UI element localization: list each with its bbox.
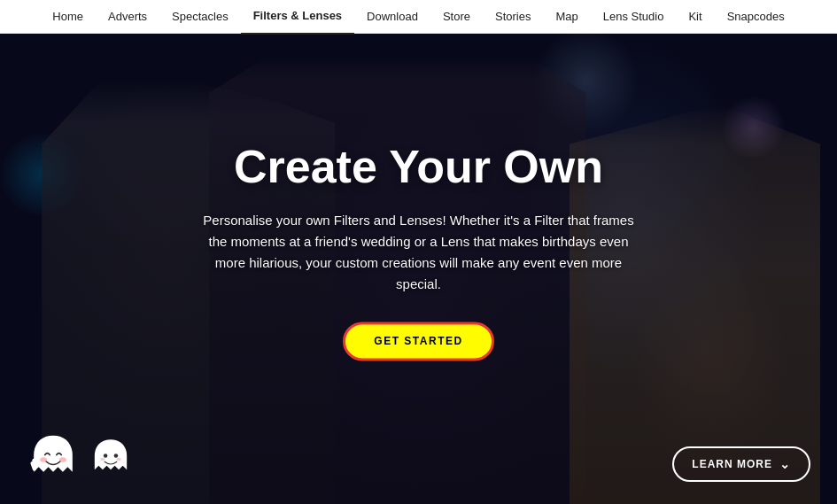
get-started-button[interactable]: GET STARTED [343, 322, 493, 361]
nav-item-lens-studio[interactable]: Lens Studio [591, 0, 677, 34]
nav-item-home[interactable]: Home [40, 0, 96, 34]
nav-link-store[interactable]: Store [430, 0, 483, 34]
hero-section: Create Your Own Personalise your own Fil… [0, 34, 837, 504]
svg-point-4 [104, 454, 108, 458]
hero-title: Create Your Own [171, 142, 667, 192]
nav-item-snapcodes[interactable]: Snapcodes [715, 0, 797, 34]
nav-list: Home Adverts Spectacles Filters & Lenses… [40, 0, 796, 35]
svg-point-0 [40, 457, 47, 461]
nav-item-filters[interactable]: Filters & Lenses [241, 0, 354, 35]
svg-point-7 [116, 458, 120, 461]
svg-point-6 [100, 458, 105, 461]
nav-link-adverts[interactable]: Adverts [96, 0, 159, 34]
nav-link-map[interactable]: Map [543, 0, 590, 34]
nav-link-stories[interactable]: Stories [483, 0, 543, 34]
hero-content: Create Your Own Personalise your own Fil… [171, 142, 667, 361]
nav-link-download[interactable]: Download [354, 0, 430, 34]
hero-subtitle: Personalise your own Filters and Lenses!… [198, 210, 640, 295]
nav-item-stories[interactable]: Stories [483, 0, 543, 34]
nav-item-kit[interactable]: Kit [676, 0, 714, 34]
chevron-down-icon: ⌄ [779, 457, 791, 471]
nav-link-filters[interactable]: Filters & Lenses [241, 0, 354, 35]
ghost-icons [27, 433, 133, 486]
ghost-laughing-icon [27, 433, 80, 486]
nav-link-spectacles[interactable]: Spectacles [159, 0, 241, 34]
learn-more-button[interactable]: LEARN MORE ⌄ [672, 446, 810, 482]
nav-link-kit[interactable]: Kit [676, 0, 714, 34]
main-nav: Home Adverts Spectacles Filters & Lenses… [0, 0, 837, 34]
nav-item-spectacles[interactable]: Spectacles [159, 0, 241, 34]
svg-point-1 [59, 457, 66, 461]
nav-link-snapcodes[interactable]: Snapcodes [715, 0, 797, 34]
svg-point-5 [114, 454, 119, 458]
ghost-smiling-icon [89, 438, 133, 482]
learn-more-label: LEARN MORE [692, 458, 772, 470]
nav-item-download[interactable]: Download [354, 0, 430, 34]
nav-item-store[interactable]: Store [430, 0, 483, 34]
nav-item-map[interactable]: Map [543, 0, 590, 34]
nav-link-home[interactable]: Home [40, 0, 96, 34]
nav-item-adverts[interactable]: Adverts [96, 0, 159, 34]
nav-link-lens-studio[interactable]: Lens Studio [591, 0, 677, 34]
